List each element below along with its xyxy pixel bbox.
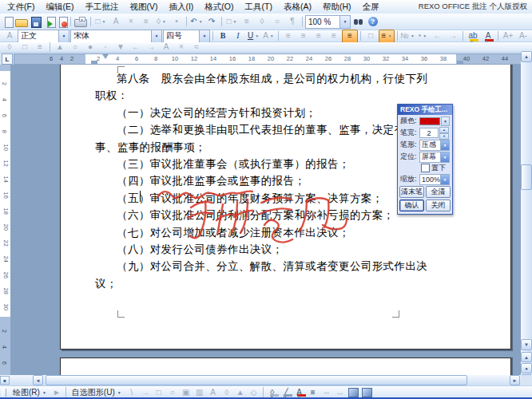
draw-menu-button[interactable]: 绘图(R) ▼ bbox=[10, 387, 50, 397]
drawing-toolbar-toggle-icon[interactable]: ◊ bbox=[255, 16, 269, 28]
oval-tool-icon[interactable]: ○ bbox=[166, 387, 179, 397]
pen-color-swatch[interactable] bbox=[419, 117, 440, 125]
numbered-list-icon[interactable]: № bbox=[400, 30, 415, 42]
circle-annotation-icon[interactable]: ◦ bbox=[98, 41, 113, 53]
print-preview-icon[interactable]: □ bbox=[93, 16, 108, 28]
shrink-font-icon[interactable]: A- bbox=[516, 30, 530, 42]
close-button[interactable]: 关闭 bbox=[426, 200, 451, 211]
chevron-down-icon[interactable]: ▼ bbox=[440, 140, 449, 150]
spelling-icon[interactable]: A bbox=[109, 16, 123, 28]
copy-icon[interactable]: ≡ bbox=[139, 16, 153, 28]
positioning-select[interactable]: 屏幕 ▼ bbox=[419, 152, 450, 163]
increase-indent-icon[interactable]: → bbox=[446, 30, 460, 42]
insert-table-icon[interactable]: □ bbox=[224, 16, 239, 28]
reject-annotation-icon[interactable]: × bbox=[174, 41, 189, 53]
accept-annotation-icon[interactable]: A bbox=[159, 41, 173, 53]
three-d-style-icon[interactable] bbox=[361, 387, 374, 397]
export-document-icon[interactable] bbox=[45, 16, 56, 28]
new-document-icon[interactable] bbox=[2, 16, 14, 28]
scroll-left-button[interactable]: ◄ bbox=[33, 375, 43, 385]
line-tool-icon[interactable]: \ bbox=[125, 387, 138, 397]
align-right-icon[interactable]: ≡ bbox=[312, 30, 326, 42]
vertical-scrollbar[interactable]: ▲ ▼ ▲ ● ▼ bbox=[521, 51, 532, 385]
paste-icon[interactable]: ◊ bbox=[154, 16, 169, 28]
chevron-down-icon[interactable]: ▼ bbox=[199, 30, 209, 42]
bullet-list-icon[interactable]: • bbox=[415, 30, 430, 42]
toolbar-grip[interactable] bbox=[2, 389, 6, 397]
redo-icon[interactable]: ↷ bbox=[204, 16, 219, 28]
stamp-icon[interactable]: ● bbox=[83, 41, 97, 53]
decrease-indent-icon[interactable]: ← bbox=[431, 30, 445, 42]
line-style-icon[interactable]: ≡ bbox=[307, 387, 320, 397]
scroll-right-button[interactable]: ► bbox=[510, 375, 520, 385]
bold-icon[interactable]: B bbox=[216, 30, 230, 42]
pen-shape-select[interactable]: 压感 ▼ bbox=[419, 140, 450, 151]
menu-format[interactable]: 格式(O) bbox=[199, 1, 239, 14]
note-icon[interactable]: ▼ bbox=[113, 41, 128, 53]
align-justify-icon[interactable]: ≡ bbox=[327, 30, 341, 42]
chevron-down-icon[interactable]: ▼ bbox=[58, 30, 69, 42]
font-color-2-icon[interactable]: A bbox=[293, 387, 306, 397]
menu-hand-annotate[interactable]: 手工批注 bbox=[79, 1, 124, 14]
chevron-down-icon[interactable]: ▼ bbox=[441, 117, 450, 126]
line-color-icon[interactable]: ╱ bbox=[280, 387, 292, 397]
textbox-tool-icon[interactable]: ▣ bbox=[180, 387, 193, 397]
insert-image-note-icon[interactable]: ○ bbox=[68, 41, 82, 53]
line-grid-icon[interactable]: □ bbox=[363, 30, 378, 42]
italic-icon[interactable]: I bbox=[231, 30, 245, 42]
format-painter-icon[interactable]: • bbox=[169, 16, 184, 28]
right-indent-marker[interactable] bbox=[457, 61, 463, 64]
vertical-scroll-thumb[interactable] bbox=[521, 164, 532, 190]
region-select-icon[interactable]: ▲ bbox=[53, 41, 67, 53]
clipart-icon[interactable]: ▲ bbox=[234, 387, 247, 397]
menu-fullscreen[interactable]: 全屏 bbox=[357, 1, 385, 14]
cut-icon[interactable]: × bbox=[124, 16, 138, 28]
autoshapes-menu-button[interactable]: 自选图形(U) ▼ bbox=[69, 387, 125, 397]
confirm-button[interactable]: 确认 bbox=[399, 200, 424, 211]
ink-pen-icon[interactable]: ◊ bbox=[2, 41, 17, 53]
pdf-export-icon[interactable] bbox=[57, 16, 68, 28]
rectangle-tool-icon[interactable]: □ bbox=[153, 387, 165, 397]
menu-file[interactable]: 文件(F) bbox=[2, 1, 40, 14]
find-icon[interactable] bbox=[351, 16, 366, 28]
left-indent-marker[interactable] bbox=[91, 61, 97, 64]
text-direction-icon[interactable]: ≡ bbox=[379, 30, 395, 43]
scroll-down-button[interactable]: ▼ bbox=[521, 339, 532, 350]
vertical-textbox-icon[interactable]: ▥ bbox=[193, 387, 206, 397]
next-annotation-icon[interactable]: → bbox=[144, 41, 158, 53]
tab-selector[interactable]: L bbox=[2, 53, 13, 65]
insert-columns-icon[interactable]: ≡ bbox=[240, 16, 254, 28]
palette-zoom-select[interactable]: 100% ▼ bbox=[419, 174, 450, 185]
style-gallery-icon[interactable]: A bbox=[2, 30, 17, 42]
highlight-color-icon[interactable]: ab bbox=[466, 30, 480, 42]
character-border-icon[interactable]: A bbox=[261, 30, 276, 42]
menu-edit[interactable]: 编辑(E) bbox=[40, 1, 79, 14]
horizontal-scrollbar[interactable]: ≡□■ ◄ ► bbox=[0, 375, 521, 385]
scroll-up-button[interactable]: ▲ bbox=[521, 51, 532, 62]
annotation-settings-icon[interactable]: ≈ bbox=[189, 41, 204, 53]
menu-table[interactable]: 表格(A) bbox=[278, 1, 317, 14]
chevron-down-icon[interactable]: ▼ bbox=[339, 16, 350, 28]
wordart-icon[interactable]: A bbox=[207, 387, 220, 397]
chevron-down-icon[interactable]: ▼ bbox=[440, 175, 449, 184]
underline-icon[interactable]: U bbox=[246, 30, 260, 42]
print-icon[interactable] bbox=[73, 16, 88, 28]
grow-font-icon[interactable]: A+ bbox=[501, 30, 515, 42]
select-objects-icon[interactable]: ► bbox=[50, 387, 63, 397]
ink-eraser-icon[interactable]: □ bbox=[18, 41, 32, 53]
clear-all-button[interactable]: 全清 bbox=[426, 186, 451, 198]
menu-help[interactable]: 帮助(H) bbox=[317, 1, 357, 14]
insert-picture-icon[interactable]: ◇ bbox=[248, 387, 260, 397]
align-left-icon[interactable]: ≡ bbox=[281, 30, 296, 42]
document-map-icon[interactable]: ○ bbox=[270, 16, 284, 28]
help-icon[interactable]: ? bbox=[367, 16, 379, 28]
align-center-icon[interactable]: ≡ bbox=[296, 30, 311, 42]
dash-style-icon[interactable]: -- bbox=[320, 387, 333, 397]
menu-view[interactable]: 视图(V) bbox=[124, 1, 163, 14]
open-folder-icon[interactable] bbox=[14, 16, 29, 28]
undo-icon[interactable]: ↶ bbox=[189, 16, 204, 28]
save-icon[interactable] bbox=[30, 16, 44, 28]
shadow-style-icon[interactable] bbox=[347, 387, 360, 397]
arrow-tool-icon[interactable]: → bbox=[139, 387, 152, 397]
place-under-checkbox[interactable] bbox=[421, 164, 430, 172]
